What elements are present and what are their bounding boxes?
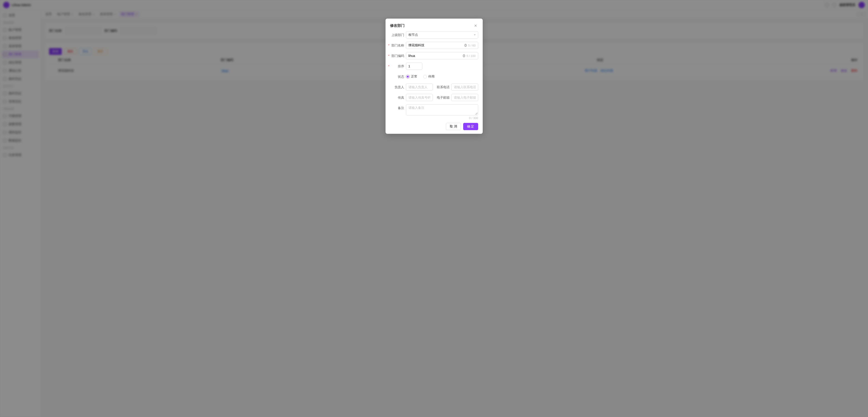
email-input[interactable] — [454, 94, 476, 101]
status-disabled-label: 停用 — [428, 75, 435, 79]
status-normal-radio[interactable]: 正常 — [406, 75, 417, 79]
chevron-down-icon — [474, 34, 476, 36]
label-email: 电子邮箱 — [435, 94, 450, 101]
fax-input[interactable] — [408, 94, 430, 101]
leader-field[interactable] — [406, 83, 433, 91]
modal-close-button[interactable]: ✕ — [473, 23, 478, 28]
status-disabled-radio[interactable]: 停用 — [423, 75, 435, 79]
label-order: 排序 — [390, 63, 404, 70]
name-counter: 5 / 60 — [468, 44, 476, 47]
leader-input[interactable] — [408, 84, 430, 91]
parent-dept-select[interactable]: 根节点 — [406, 31, 478, 39]
label-fax: 传真 — [390, 94, 404, 101]
edit-dept-modal: 修改部门 ✕ 上级部门 根节点 部门名称 ✕ 5 / 60 部门编码 — [385, 19, 483, 134]
phone-input[interactable] — [454, 84, 476, 91]
dept-name-input[interactable] — [408, 42, 463, 49]
clear-icon[interactable]: ✕ — [463, 54, 465, 57]
dept-code-input[interactable] — [408, 53, 462, 59]
remark-input[interactable] — [408, 106, 476, 113]
phone-field[interactable] — [452, 83, 478, 91]
label-phone: 联系电话 — [435, 83, 450, 91]
label-status: 状态 — [390, 73, 404, 80]
radio-dot-icon — [423, 75, 427, 78]
status-normal-label: 正常 — [411, 75, 417, 79]
resize-handle-icon[interactable] — [475, 112, 477, 115]
remark-field[interactable] — [406, 104, 478, 115]
ok-button[interactable]: 确 定 — [463, 123, 478, 130]
dept-name-field[interactable]: ✕ 5 / 60 — [406, 42, 478, 49]
code-counter: 5 / 100 — [467, 54, 476, 58]
label-leader: 负责人 — [390, 83, 404, 91]
radio-dot-icon — [406, 75, 410, 78]
order-field[interactable] — [406, 63, 422, 70]
close-icon: ✕ — [474, 24, 477, 28]
label-parent: 上级部门 — [390, 31, 404, 39]
dept-code-field[interactable]: ✕ 5 / 100 — [406, 52, 478, 60]
email-field[interactable] — [452, 94, 478, 101]
cancel-button[interactable]: 取 消 — [446, 123, 461, 130]
parent-dept-value: 根节点 — [408, 33, 418, 37]
fax-field[interactable] — [406, 94, 433, 101]
label-name: 部门名称 — [390, 42, 404, 49]
order-input[interactable] — [408, 63, 420, 70]
remark-counter: 0 / 300 — [406, 116, 478, 120]
clear-icon[interactable]: ✕ — [464, 44, 467, 47]
label-code: 部门编码 — [390, 52, 404, 60]
label-remark: 备注 — [390, 104, 404, 111]
modal-title: 修改部门 — [390, 23, 405, 28]
